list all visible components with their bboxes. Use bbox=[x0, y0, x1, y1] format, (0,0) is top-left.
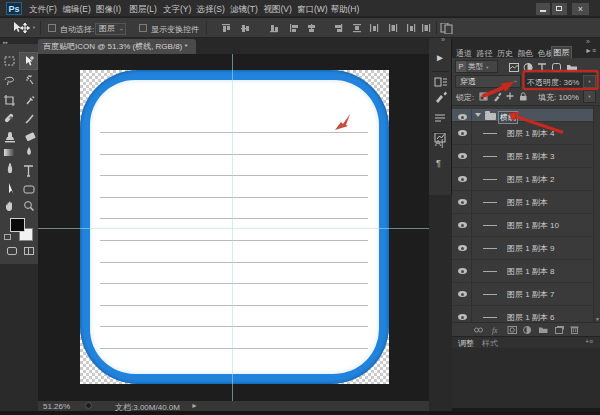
svg-text:fx: fx bbox=[492, 326, 498, 335]
